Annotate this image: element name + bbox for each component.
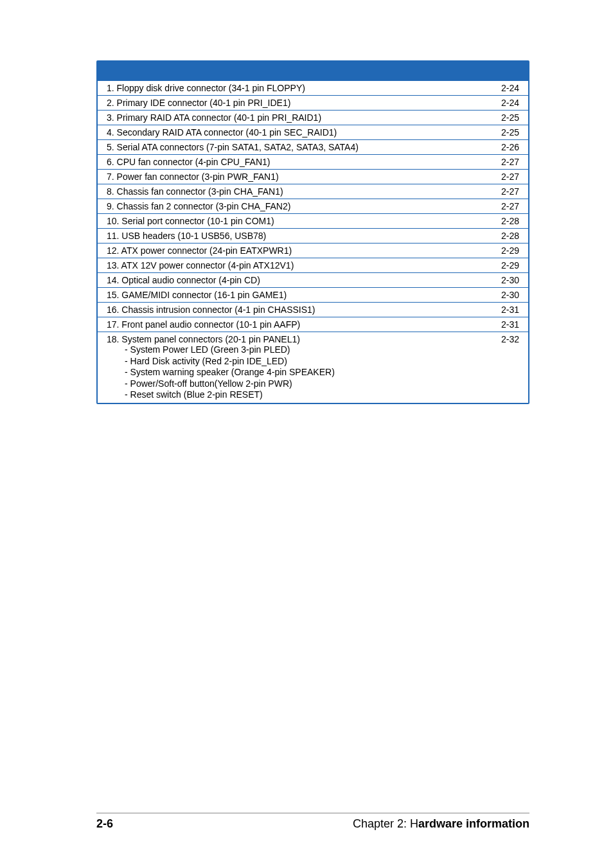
table-header [98, 62, 528, 81]
connector-label: 17. Front panel audio connector (10-1 pi… [98, 317, 483, 332]
table-row: 18. System panel connectors (20-1 pin PA… [98, 332, 528, 403]
connector-label: 1. Floppy disk drive connector (34-1 pin… [98, 81, 483, 96]
connector-page: 2-32 [483, 332, 528, 403]
connector-label: 4. Secondary RAID ATA connector (40-1 pi… [98, 125, 483, 140]
connector-page: 2-28 [483, 214, 528, 229]
connector-page: 2-26 [483, 140, 528, 155]
table-row: 6. CPU fan connector (4-pin CPU_FAN1)2-2… [98, 155, 528, 170]
connector-page: 2-29 [483, 258, 528, 273]
connector-page: 2-24 [483, 81, 528, 96]
table-row: 7. Power fan connector (3-pin PWR_FAN1)2… [98, 170, 528, 184]
connector-page: 2-27 [483, 199, 528, 214]
connector-label: 3. Primary RAID ATA connector (40-1 pin … [98, 111, 483, 125]
connector-page: 2-29 [483, 244, 528, 258]
table-body: 1. Floppy disk drive connector (34-1 pin… [98, 81, 528, 403]
page-footer: 2-6 Chapter 2: Hardware information [96, 813, 529, 831]
connector-page: 2-27 [483, 184, 528, 199]
chapter-title: Chapter 2: Hardware information [353, 817, 529, 831]
table-row: 8. Chassis fan connector (3-pin CHA_FAN1… [98, 184, 528, 199]
connector-page: 2-31 [483, 303, 528, 317]
table-row: 9. Chassis fan 2 connector (3-pin CHA_FA… [98, 199, 528, 214]
subitem: - System warning speaker (Orange 4-pin S… [125, 367, 477, 378]
connector-page: 2-24 [483, 96, 528, 111]
connector-page: 2-30 [483, 273, 528, 288]
subitem: - System Power LED (Green 3-pin PLED) [125, 344, 477, 356]
connector-label: 14. Optical audio connector (4-pin CD) [98, 273, 483, 288]
table-row: 3. Primary RAID ATA connector (40-1 pin … [98, 111, 528, 125]
connector-label: 7. Power fan connector (3-pin PWR_FAN1) [98, 170, 483, 184]
footer-divider [96, 813, 529, 813]
connector-label: 8. Chassis fan connector (3-pin CHA_FAN1… [98, 184, 483, 199]
table-row: 10. Serial port connector (10-1 pin COM1… [98, 214, 528, 229]
table-row: 4. Secondary RAID ATA connector (40-1 pi… [98, 125, 528, 140]
table-row: 17. Front panel audio connector (10-1 pi… [98, 317, 528, 332]
connector-label: 9. Chassis fan 2 connector (3-pin CHA_FA… [98, 199, 483, 214]
chapter-prefix: Chapter 2: H [353, 817, 418, 830]
connector-page: 2-27 [483, 170, 528, 184]
connector-label: 11. USB headers (10-1 USB56, USB78) [98, 229, 483, 244]
connectors-table: 1. Floppy disk drive connector (34-1 pin… [96, 60, 529, 404]
connector-label: 10. Serial port connector (10-1 pin COM1… [98, 214, 483, 229]
connector-page: 2-27 [483, 155, 528, 170]
connector-label: 18. System panel connectors (20-1 pin PA… [98, 332, 483, 403]
table-row: 15. GAME/MIDI connector (16-1 pin GAME1)… [98, 288, 528, 303]
connector-page: 2-31 [483, 317, 528, 332]
footer-content: 2-6 Chapter 2: Hardware information [96, 817, 529, 831]
connector-label: 15. GAME/MIDI connector (16-1 pin GAME1) [98, 288, 483, 303]
connector-label: 13. ATX 12V power connector (4-pin ATX12… [98, 258, 483, 273]
connector-label: 6. CPU fan connector (4-pin CPU_FAN1) [98, 155, 483, 170]
table-row: 13. ATX 12V power connector (4-pin ATX12… [98, 258, 528, 273]
table-row: 16. Chassis intrusion connector (4-1 pin… [98, 303, 528, 317]
table-row: 5. Serial ATA connectors (7-pin SATA1, S… [98, 140, 528, 155]
page-number: 2-6 [96, 817, 113, 831]
subitem: - Reset switch (Blue 2-pin RESET) [125, 389, 477, 401]
connector-label: 16. Chassis intrusion connector (4-1 pin… [98, 303, 483, 317]
connector-page: 2-28 [483, 229, 528, 244]
connector-page: 2-25 [483, 111, 528, 125]
table-row: 11. USB headers (10-1 USB56, USB78)2-28 [98, 229, 528, 244]
table-row: 12. ATX power connector (24-pin EATXPWR1… [98, 244, 528, 258]
page-content: 1. Floppy disk drive connector (34-1 pin… [0, 0, 613, 404]
chapter-bold: ardware information [418, 817, 529, 830]
connector-page: 2-30 [483, 288, 528, 303]
table-row: 14. Optical audio connector (4-pin CD)2-… [98, 273, 528, 288]
connector-label: 5. Serial ATA connectors (7-pin SATA1, S… [98, 140, 483, 155]
subitem: - Hard Disk activity (Red 2-pin IDE_LED) [125, 356, 477, 368]
subitem: - Power/Soft-off button(Yellow 2-pin PWR… [125, 378, 477, 390]
connector-page: 2-25 [483, 125, 528, 140]
subitems: - System Power LED (Green 3-pin PLED)- H… [107, 344, 477, 401]
connector-label: 12. ATX power connector (24-pin EATXPWR1… [98, 244, 483, 258]
connector-label: 2. Primary IDE connector (40-1 pin PRI_I… [98, 96, 483, 111]
table-row: 2. Primary IDE connector (40-1 pin PRI_I… [98, 96, 528, 111]
table-row: 1. Floppy disk drive connector (34-1 pin… [98, 81, 528, 96]
